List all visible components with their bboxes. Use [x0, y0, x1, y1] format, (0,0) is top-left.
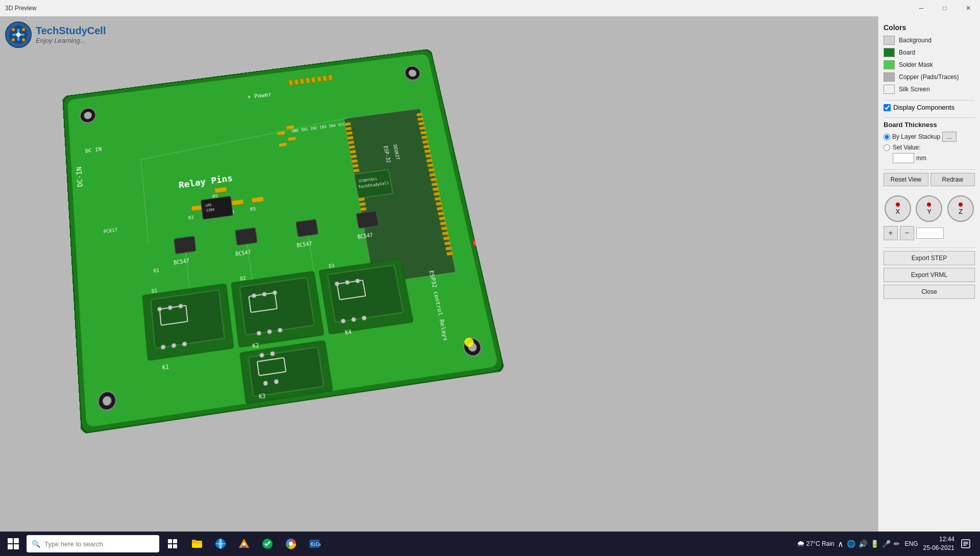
- svg-rect-49: [433, 192, 440, 196]
- z-axis-button[interactable]: Z: [947, 195, 974, 222]
- start-button[interactable]: [2, 533, 24, 555]
- titlebar: 3D Preview ─ □ ✕: [0, 0, 980, 16]
- svg-rect-26: [317, 76, 322, 82]
- display-components-label[interactable]: Display Components: [893, 104, 954, 111]
- svg-rect-27: [323, 75, 327, 81]
- set-value-radio-label[interactable]: Set Value:: [893, 144, 920, 151]
- chrome-icon[interactable]: [280, 533, 302, 555]
- network-icon[interactable]: 🌐: [847, 540, 855, 548]
- svg-point-178: [289, 542, 292, 545]
- svg-rect-60: [446, 246, 452, 250]
- set-value-input[interactable]: 1.59: [893, 153, 914, 163]
- svg-rect-84: [174, 236, 196, 254]
- kicad-icon[interactable]: KiCad: [303, 533, 326, 555]
- minimize-button[interactable]: ─: [910, 0, 933, 16]
- svg-point-3: [16, 33, 20, 37]
- microphone-icon[interactable]: 🎤: [882, 540, 891, 548]
- system-tray: 🌧 27°C Rain ∧ 🌐 🔊 🔋 🎤 ✏ ENG 12:44 25-06-…: [797, 535, 978, 552]
- set-value-radio-row: Set Value:: [884, 144, 975, 151]
- zoom-in-button[interactable]: +: [884, 226, 898, 240]
- svg-rect-50: [435, 197, 442, 200]
- board-color-row: Board: [884, 48, 975, 57]
- board-color-label: Board: [899, 49, 915, 56]
- copper-color-row: Copper (Pads/Traces): [884, 72, 975, 82]
- weather-text: 27°C Rain: [806, 540, 835, 547]
- zoom-row: + − 138%: [884, 226, 975, 240]
- by-layer-stackup-row: By Layer Stackup ...: [884, 132, 975, 142]
- battery-icon[interactable]: 🔋: [870, 540, 879, 548]
- volume-icon[interactable]: 🔊: [859, 540, 867, 548]
- svg-rect-36: [421, 131, 427, 135]
- svg-rect-167: [192, 540, 196, 542]
- maximize-button[interactable]: □: [933, 0, 957, 16]
- by-layer-stackup-radio[interactable]: [884, 134, 890, 140]
- svg-rect-38: [422, 140, 429, 144]
- y-axis-button[interactable]: Y: [916, 195, 942, 222]
- reset-view-button[interactable]: Reset View: [884, 173, 928, 186]
- notification-button[interactable]: [958, 536, 974, 552]
- up-arrow-icon[interactable]: ∧: [838, 539, 844, 549]
- display-components-checkbox[interactable]: [884, 104, 891, 111]
- svg-rect-45: [429, 173, 436, 176]
- export-step-button[interactable]: Export STEP: [884, 251, 975, 265]
- svg-text:K2: K2: [252, 342, 259, 349]
- task-manager-icon[interactable]: [256, 533, 279, 555]
- file-explorer-icon[interactable]: [186, 533, 208, 555]
- zoom-out-button[interactable]: −: [900, 226, 914, 240]
- taskbar: 🔍: [0, 532, 980, 556]
- vlc-icon[interactable]: [233, 533, 255, 555]
- svg-rect-85: [235, 228, 258, 245]
- x-axis-dot: [896, 203, 900, 207]
- pcb-canvas-area[interactable]: TechStudyCell Enjoy Learning...: [0, 16, 878, 532]
- silk-screen-color-swatch[interactable]: [884, 85, 895, 94]
- divider-2: [884, 117, 975, 118]
- board-color-swatch[interactable]: [884, 48, 895, 57]
- weather-info: 🌧 27°C Rain: [797, 539, 835, 548]
- unit-label: mm: [916, 155, 926, 162]
- z-axis-label: Z: [959, 208, 963, 215]
- background-color-swatch[interactable]: [884, 36, 895, 45]
- pen-icon[interactable]: ✏: [894, 540, 900, 548]
- close-window-button[interactable]: ✕: [957, 0, 980, 16]
- background-color-label: Background: [899, 37, 932, 44]
- logo-text-area: TechStudyCell Enjoy Learning...: [36, 25, 106, 44]
- svg-point-6: [12, 38, 15, 41]
- clock-date: 25-06-2021: [923, 544, 954, 552]
- export-vrml-button[interactable]: Export VRML: [884, 268, 975, 282]
- svg-rect-24: [305, 78, 310, 83]
- weather-icon: 🌧: [797, 539, 805, 548]
- task-view-button[interactable]: [161, 533, 184, 555]
- svg-text:LM1: LM1: [205, 203, 212, 208]
- solder-mask-color-swatch[interactable]: [884, 60, 895, 69]
- svg-rect-166: [192, 541, 202, 548]
- layer-stackup-dots-button[interactable]: ...: [942, 132, 957, 142]
- search-input[interactable]: [44, 540, 146, 548]
- svg-rect-52: [437, 207, 444, 210]
- logo-icon: [5, 21, 32, 48]
- title-text: 3D Preview: [5, 5, 36, 12]
- svg-text:K3: K3: [259, 392, 266, 400]
- copper-color-label: Copper (Pads/Traces): [899, 73, 959, 81]
- svg-text:DC-IN: DC-IN: [75, 166, 84, 187]
- taskbar-search-bar[interactable]: 🔍: [27, 535, 159, 552]
- taskbar-app-icons: KiCad: [186, 533, 326, 555]
- svg-text:K1: K1: [162, 364, 169, 371]
- display-components-row: Display Components: [884, 104, 975, 111]
- by-layer-stackup-radio-label[interactable]: By Layer Stackup: [892, 133, 940, 140]
- set-value-radio[interactable]: [884, 144, 890, 151]
- svg-point-174: [242, 543, 246, 546]
- svg-rect-57: [442, 232, 449, 236]
- x-axis-button[interactable]: X: [885, 195, 911, 222]
- web-browser-icon[interactable]: [209, 533, 232, 555]
- svg-rect-43: [427, 163, 434, 167]
- close-panel-button[interactable]: Close: [884, 285, 975, 299]
- copper-color-swatch[interactable]: [884, 72, 895, 82]
- brand-name: TechStudyCell: [36, 25, 106, 37]
- svg-rect-39: [423, 145, 430, 148]
- svg-rect-37: [421, 136, 428, 139]
- svg-rect-173: [242, 546, 246, 548]
- redraw-button[interactable]: Redraw: [930, 173, 975, 186]
- svg-rect-40: [424, 149, 431, 153]
- svg-point-5: [22, 28, 25, 31]
- zoom-level-input[interactable]: 138%: [916, 228, 944, 239]
